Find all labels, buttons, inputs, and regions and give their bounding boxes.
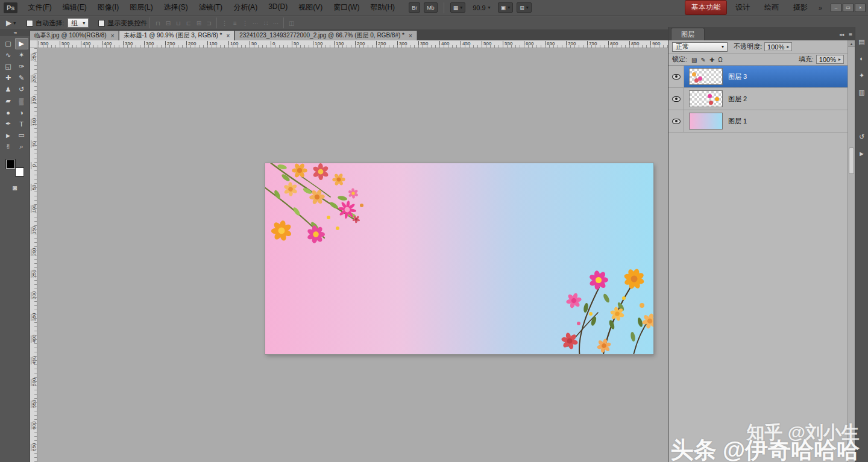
lock-image-pixels-icon[interactable]: ✎ xyxy=(701,57,706,63)
eyedropper-tool[interactable]: ✑ xyxy=(15,61,28,72)
lock-all-icon[interactable]: Ω xyxy=(718,57,722,63)
layer-thumbnail[interactable] xyxy=(689,113,723,130)
view-extras-button[interactable]: ▦▾ xyxy=(450,2,466,13)
launch-mini-bridge-button[interactable]: Mb xyxy=(424,2,438,13)
lasso-tool[interactable]: ∿ xyxy=(2,49,15,61)
workspace-overflow-button[interactable]: » xyxy=(814,4,827,11)
quick-mask-button[interactable]: ◙ xyxy=(0,184,30,192)
path-selection-tool[interactable]: ► xyxy=(2,130,15,141)
layer-visibility-toggle[interactable] xyxy=(668,88,684,110)
menu-layer[interactable]: 图层(L) xyxy=(124,2,159,13)
layer-row[interactable]: 图层 3 xyxy=(668,66,848,88)
shape-tool[interactable]: ▭ xyxy=(15,130,28,141)
menu-file[interactable]: 文件(F) xyxy=(22,2,57,13)
styles-panel-icon[interactable]: ✦ xyxy=(856,69,868,81)
dodge-tool[interactable]: ◑ xyxy=(15,107,28,118)
history-brush-tool[interactable]: ↺ xyxy=(15,84,28,95)
pen-tool[interactable]: ✒ xyxy=(2,118,15,130)
layer-visibility-toggle[interactable] xyxy=(668,110,684,132)
distribute-right-edges-icon[interactable]: ⋯ xyxy=(271,18,281,28)
lock-position-icon[interactable]: ✚ xyxy=(709,57,714,63)
menu-analysis[interactable]: 分析(A) xyxy=(228,2,263,13)
launch-bridge-button[interactable]: Br xyxy=(409,2,420,13)
document-tab[interactable]: 未标题-1 @ 90.9% (图层 3, RGB/8) *× xyxy=(119,31,234,40)
quick-selection-tool[interactable]: ✶ xyxy=(15,49,28,61)
vertical-ruler[interactable]: 2502001501005005010015020025030035040045… xyxy=(30,48,37,462)
fill-input[interactable]: 100%▸ xyxy=(816,55,844,64)
minimize-button[interactable]: – xyxy=(831,4,841,12)
blur-tool[interactable]: ● xyxy=(2,107,15,118)
layer-thumbnail[interactable] xyxy=(689,90,723,107)
panel-menu-icon[interactable]: ≡ xyxy=(849,31,852,38)
lock-transparent-pixels-icon[interactable]: ▨ xyxy=(691,57,697,63)
distribute-bottom-edges-icon[interactable]: ⋮ xyxy=(240,18,250,28)
crop-tool[interactable]: ◱ xyxy=(2,61,15,72)
zoom-tool[interactable]: ⌕ xyxy=(15,141,28,152)
auto-align-layers-icon[interactable]: ◫ xyxy=(286,18,297,28)
eraser-tool[interactable]: ▰ xyxy=(2,95,15,107)
workspace-essentials[interactable]: 基本功能 xyxy=(685,0,727,15)
rectangular-marquee-tool[interactable]: ▢ xyxy=(2,38,15,49)
type-tool[interactable]: T xyxy=(15,118,28,130)
layer-visibility-toggle[interactable] xyxy=(668,66,684,87)
clone-stamp-tool[interactable]: ♟ xyxy=(2,84,15,95)
show-transform-controls-checkbox[interactable] xyxy=(98,20,105,27)
distribute-horizontal-centers-icon[interactable]: ∷ xyxy=(260,18,271,28)
ruler-origin-corner[interactable] xyxy=(30,40,37,48)
toolbar-collapse-button[interactable]: ◂◂ xyxy=(0,30,30,36)
opacity-input[interactable]: 100%▸ xyxy=(764,42,792,51)
actions-panel-icon[interactable]: ► xyxy=(856,148,868,160)
align-horizontal-centers-icon[interactable]: ⊞ xyxy=(193,18,204,28)
menu-select[interactable]: 选择(S) xyxy=(159,2,193,13)
blend-mode-select[interactable]: 正常▾ xyxy=(672,42,728,52)
background-color-swatch[interactable] xyxy=(15,167,24,176)
document-tab[interactable]: 临摹3.jpg @ 100%(RGB/8)× xyxy=(30,31,119,40)
screen-mode-button[interactable]: ▣▾ xyxy=(498,2,514,13)
tab-close-icon[interactable]: × xyxy=(111,33,115,39)
menu-image[interactable]: 图像(I) xyxy=(92,2,124,13)
swatches-panel-icon[interactable]: ▤ xyxy=(856,36,868,48)
distribute-top-edges-icon[interactable]: ⋮ xyxy=(219,18,230,28)
workspace-photography[interactable]: 摄影 xyxy=(787,1,814,14)
foreground-color-swatch[interactable] xyxy=(6,160,15,169)
gradient-tool[interactable]: ▒ xyxy=(15,95,28,107)
layer-row[interactable]: 图层 1 xyxy=(668,110,848,133)
layer-thumbnail[interactable] xyxy=(689,68,723,85)
auto-select-checkbox[interactable] xyxy=(27,20,33,27)
close-button[interactable]: × xyxy=(855,4,866,12)
healing-brush-tool[interactable]: ✚ xyxy=(2,72,15,84)
adjustments-panel-icon[interactable]: ◐ xyxy=(856,52,868,64)
align-left-edges-icon[interactable]: ⊏ xyxy=(183,18,193,28)
canvas-area[interactable]: 5505004504003503002502001501005005010015… xyxy=(30,40,668,462)
scrollbar-up-arrow[interactable]: ▴ xyxy=(848,40,855,47)
scrollbar-thumb[interactable] xyxy=(849,148,854,174)
history-panel-icon[interactable]: ↺ xyxy=(856,131,868,143)
workspace-design[interactable]: 设计 xyxy=(729,1,756,14)
align-bottom-edges-icon[interactable]: ⊔ xyxy=(173,18,183,28)
menu-edit[interactable]: 编辑(E) xyxy=(57,2,92,13)
tab-close-icon[interactable]: × xyxy=(409,33,412,39)
layers-panel-tab[interactable]: 图层 xyxy=(671,28,705,40)
distribute-vertical-centers-icon[interactable]: ≡ xyxy=(230,18,240,28)
panel-collapse-icon[interactable]: ◂◂ xyxy=(839,32,844,37)
zoom-level-input[interactable]: 90.9▾ xyxy=(469,4,494,11)
document-canvas[interactable] xyxy=(265,163,653,354)
hand-tool[interactable]: ✌ xyxy=(2,141,15,152)
layer-row[interactable]: 图层 2 xyxy=(668,88,848,110)
restore-button[interactable]: ▭ xyxy=(843,4,854,12)
masks-panel-icon[interactable]: ▥ xyxy=(856,86,868,98)
menu-filter[interactable]: 滤镜(T) xyxy=(193,2,228,13)
move-tool[interactable]: ▶ xyxy=(15,38,28,49)
align-right-edges-icon[interactable]: ⊐ xyxy=(204,18,214,28)
document-tab[interactable]: 23241023_134932772000_2.jpg @ 66.7% (图层 … xyxy=(235,31,417,40)
align-top-edges-icon[interactable]: ⊓ xyxy=(153,18,163,28)
distribute-left-edges-icon[interactable]: ⋯ xyxy=(250,18,260,28)
tool-preset-picker[interactable]: ▶▾ xyxy=(4,19,20,27)
menu-help[interactable]: 帮助(H) xyxy=(365,2,400,13)
menu-window[interactable]: 窗口(W) xyxy=(328,2,365,13)
horizontal-ruler[interactable]: 5505004504003503002502001501005005010015… xyxy=(37,40,668,48)
menu-3d[interactable]: 3D(D) xyxy=(263,2,293,13)
layers-scrollbar[interactable]: ▴ xyxy=(848,40,855,462)
tab-close-icon[interactable]: × xyxy=(226,33,230,39)
menu-view[interactable]: 视图(V) xyxy=(293,2,328,13)
